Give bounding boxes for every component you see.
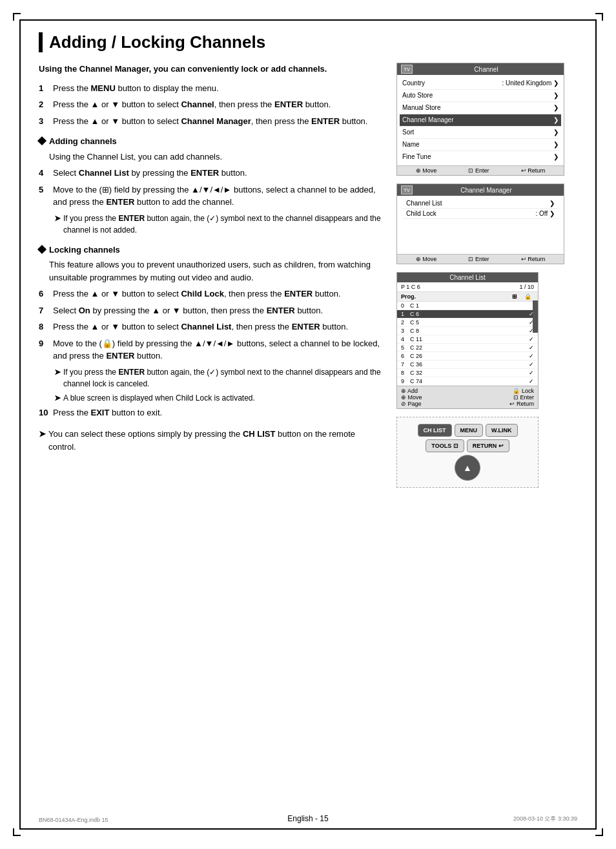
tv-value-manual-store: ❯ [553, 103, 559, 112]
arrow-sym-1: ➤ [54, 213, 61, 236]
remote-btn-chlist[interactable]: CH LIST [418, 424, 452, 437]
tv-channel-header: TV Channel [397, 63, 564, 75]
tv-manager-body: Channel List ❯ Child Lock : Off ❯ [397, 196, 564, 254]
tv-row-country: Country : United Kingdom ❯ [402, 78, 559, 90]
step-text-3: Press the ▲ or ▼ button to select Channe… [53, 115, 384, 128]
step-8: 8 Press the ▲ or ▼ button to select Chan… [39, 320, 384, 333]
adding-channels-desc: Using the Channel List, you can add chan… [49, 151, 384, 163]
tv-row-name: Name ❯ [402, 139, 559, 151]
step-num-2: 2 [39, 98, 49, 111]
cl-name-9: C 74 [410, 378, 429, 384]
remote-buttons-container: CH LIST MENU W.LINK TOOLS ⊡ RETURN ↩ ▲ [404, 424, 531, 481]
cl-footer-lock: 🔒 Lock [513, 388, 534, 394]
tv-value-sort: ❯ [553, 128, 559, 137]
step-9: 9 Move to the (🔒) field by pressing the … [39, 337, 384, 362]
col-lock-icon: 🔒 [521, 293, 534, 300]
tv-row-fine-tune: Fine Tune ❯ [402, 151, 559, 163]
cl-check-7: ✓ [529, 361, 534, 368]
step-num-9: 9 [39, 337, 49, 362]
cm-empty-space [402, 219, 559, 251]
step-num-1: 1 [39, 82, 49, 95]
cl-name-7: C 36 [410, 361, 429, 368]
remote-btn-wlink[interactable]: W.LINK [486, 424, 518, 437]
remote-btn-menu[interactable]: MENU [455, 424, 484, 437]
step-text-8: Press the ▲ or ▼ button to select Channe… [53, 320, 384, 333]
cl-footer-row-2: ⊕ Move ⊡ Enter [401, 394, 534, 401]
tv-row-sort: Sort ❯ [402, 127, 559, 139]
tv-manager-footer-enter: ⊡ Enter [468, 256, 489, 262]
remote-btn-return[interactable]: RETURN ↩ [467, 439, 509, 452]
tv-value-name: ❯ [553, 140, 559, 149]
tv-label-manual-store: Manual Store [402, 103, 440, 112]
tv-label-fine-tune: Fine Tune [402, 152, 431, 162]
cl-prog-4: 4 [401, 336, 410, 342]
tv-footer-return: ↩ Return [521, 167, 546, 174]
page-title: Adding / Locking Channels [49, 32, 265, 52]
col-prog: Prog. [401, 293, 413, 300]
tv-footer-move: ⊕ Move [416, 167, 437, 174]
remote-diagram: CH LIST MENU W.LINK TOOLS ⊡ RETURN ↩ ▲ [396, 417, 539, 488]
step-num-8: 8 [39, 320, 49, 333]
tv-label-auto-store: Auto Store [402, 91, 433, 100]
cl-footer-move: ⊕ Move [401, 394, 422, 401]
step-text-4: Select Channel List by pressing the ENTE… [53, 167, 384, 180]
cl-footer-add: ⊕ Add [401, 388, 418, 394]
footer-date: 2008-03-10 오후 3:30:39 [513, 815, 577, 823]
diamond-icon [37, 136, 46, 145]
cm-label-channel-list: Channel List [406, 200, 442, 207]
tv-value-fine-tune: ❯ [553, 152, 559, 162]
cl-check-6: ✓ [529, 353, 534, 359]
tv-channel-body: Country : United Kingdom ❯ Auto Store ❯ … [397, 75, 564, 165]
cm-value-child-lock: : Off ❯ [536, 210, 555, 217]
cl-row-8: 8 C 32 ✓ [397, 369, 538, 377]
cl-row-0: 0 C 1 [397, 302, 538, 310]
step-5: 5 Move to the (⊞) field by pressing the … [39, 183, 384, 209]
cl-row-4: 4 C 11 ✓ [397, 335, 538, 344]
cl-row-1: 1 C 6 ✓ [397, 310, 538, 319]
bottom-note: ➤ You can select these options simply by… [39, 428, 384, 453]
note-text-1: If you press the ENTER button again, the… [63, 213, 384, 236]
cl-col-header: Prog. ⊞ 🔒 [397, 292, 538, 302]
arrow-sym-2: ➤ [54, 366, 61, 390]
tv-label-country: Country [402, 79, 425, 88]
tv-icon-2: TV [401, 185, 413, 194]
tv-manager-footer-return: ↩ Return [521, 256, 546, 262]
step-6: 6 Press the ▲ or ▼ button to select Chil… [39, 288, 384, 300]
cl-check-5: ✓ [529, 344, 534, 351]
cl-row-3: 3 C 8 ✓ [397, 327, 538, 335]
tv-label-sort: Sort [402, 128, 414, 137]
cl-subheader: P 1 C 6 1 / 10 [397, 282, 538, 292]
cl-footer-enter: ⊡ Enter [513, 394, 534, 401]
border-bottom [19, 828, 597, 830]
note-2: ➤ If you press the ENTER button again, t… [54, 366, 384, 390]
tv-manager-title: Channel Manager [460, 187, 512, 194]
tv-channel-footer: ⊕ Move ⊡ Enter ↩ Return [397, 165, 564, 175]
note-1: ➤ If you press the ENTER button again, t… [54, 213, 384, 236]
cl-prog-7: 7 [401, 361, 410, 368]
adding-channels-title: Adding channels [49, 135, 117, 148]
cl-check-4: ✓ [529, 336, 534, 342]
tv-row-auto-store: Auto Store ❯ [402, 90, 559, 102]
step-num-3: 3 [39, 115, 49, 128]
remote-btn-tools[interactable]: TOOLS ⊡ [426, 439, 464, 452]
scrollbar [533, 300, 538, 333]
cm-row-child-lock: Child Lock : Off ❯ [402, 209, 559, 219]
col-spacer [413, 293, 508, 300]
locking-channels-title: Locking channels [49, 244, 120, 257]
tv-channel-title: Channel [474, 66, 498, 73]
cl-prog-9: 9 [401, 378, 410, 384]
arrow-sym-3: ➤ [54, 392, 61, 404]
step-text-10: Press the EXIT button to exit. [53, 406, 384, 419]
remote-dpad[interactable]: ▲ [455, 455, 480, 481]
step-3: 3 Press the ▲ or ▼ button to select Chan… [39, 115, 384, 128]
cm-label-child-lock: Child Lock [406, 210, 436, 217]
cl-name-6: C 26 [410, 353, 429, 359]
cl-footer-page: ⊘ Page [401, 401, 422, 407]
locking-channels-desc: This feature allows you to prevent unaut… [49, 258, 384, 284]
tv-label-channel-manager: Channel Manager [402, 116, 454, 125]
tv-manager-footer: ⊕ Move ⊡ Enter ↩ Return [397, 254, 564, 264]
step-num-5: 5 [39, 183, 49, 209]
col-add-icon: ⊞ [508, 293, 521, 300]
cl-footer: ⊕ Add 🔒 Lock ⊕ Move ⊡ Enter ⊘ Page ↩ Ret… [397, 386, 538, 408]
tv-manager-footer-move: ⊕ Move [416, 256, 437, 262]
